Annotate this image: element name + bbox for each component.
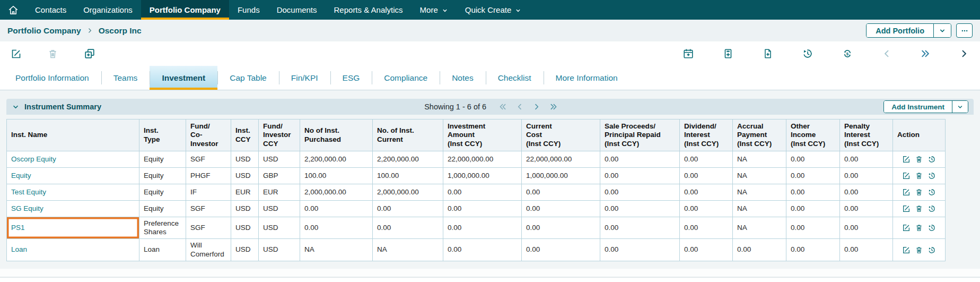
table-row: Equity Equity PHGF USD GBP 100.00 100.00… bbox=[7, 168, 946, 184]
row-history-icon[interactable] bbox=[928, 246, 936, 254]
row-edit-icon[interactable] bbox=[902, 188, 911, 196]
nav-item[interactable]: More bbox=[412, 0, 457, 20]
row-history-icon[interactable] bbox=[928, 172, 936, 180]
row-edit-icon[interactable] bbox=[902, 204, 911, 213]
cell-penalty-interest: 0.00 bbox=[840, 201, 893, 217]
home-icon bbox=[7, 4, 19, 16]
history-icon[interactable] bbox=[802, 48, 813, 59]
toolbar-left bbox=[11, 48, 95, 59]
nav-item[interactable]: Quick Create bbox=[457, 0, 530, 20]
tab[interactable]: ESG bbox=[330, 66, 372, 90]
table-row: Loan Loan Will Comerford USD USD NA NA 0… bbox=[7, 239, 946, 261]
cell-inst-name[interactable]: Loan bbox=[7, 239, 139, 261]
row-history-icon[interactable] bbox=[928, 224, 936, 232]
cell-fund-co-investor: SGF bbox=[186, 151, 231, 168]
chevron-left-icon[interactable] bbox=[881, 48, 892, 59]
cell-accrual-payment: NA bbox=[733, 217, 786, 239]
last-page-icon[interactable] bbox=[549, 102, 558, 111]
row-history-icon[interactable] bbox=[928, 155, 936, 164]
inst-name-link[interactable]: Equity bbox=[11, 172, 31, 180]
tab[interactable]: Investment bbox=[150, 66, 217, 90]
inst-name-link[interactable]: PS1 bbox=[11, 224, 25, 232]
tab[interactable]: More Information bbox=[544, 66, 630, 90]
add-instrument-dropdown-button[interactable] bbox=[952, 101, 968, 113]
double-chevron-right-icon[interactable] bbox=[920, 48, 931, 59]
tab[interactable]: Notes bbox=[440, 66, 486, 90]
cell-inst-name[interactable]: SG Equity bbox=[7, 201, 139, 217]
row-edit-icon[interactable] bbox=[902, 172, 911, 180]
duplicate-add-icon[interactable] bbox=[84, 48, 95, 59]
nav-item-label: Portfolio Company bbox=[150, 5, 221, 14]
tab[interactable]: Cap Table bbox=[217, 66, 279, 90]
home-button[interactable] bbox=[0, 0, 27, 20]
cell-other-income: 0.00 bbox=[786, 184, 840, 201]
pagination: Showing 1 - 6 of 6 bbox=[101, 102, 883, 111]
row-edit-icon[interactable] bbox=[902, 155, 911, 164]
row-delete-icon[interactable] bbox=[915, 246, 923, 254]
nav-item[interactable]: Reports & Analytics bbox=[326, 0, 412, 20]
cell-fund-investor-ccy: EUR bbox=[259, 184, 300, 201]
cell-penalty-interest: 0.00 bbox=[840, 168, 893, 184]
row-delete-icon[interactable] bbox=[915, 224, 923, 232]
tab[interactable]: Teams bbox=[101, 66, 150, 90]
tab-label: More Information bbox=[556, 73, 618, 83]
cell-current-cost: 0.00 bbox=[522, 201, 600, 217]
collapse-section-icon[interactable] bbox=[12, 103, 20, 111]
nav-item[interactable]: Documents bbox=[268, 0, 326, 20]
row-history-icon[interactable] bbox=[928, 204, 936, 213]
nav-item[interactable]: Contacts bbox=[27, 0, 75, 20]
table-header-row: Inst. NameInst. TypeFund/ Co- InvestorIn… bbox=[7, 119, 946, 151]
cell-current-cost: 0.00 bbox=[522, 184, 600, 201]
more-options-button[interactable] bbox=[956, 23, 973, 38]
cell-inst-name[interactable]: Equity bbox=[7, 168, 139, 184]
column-header: Other Income (Inst CCY) bbox=[786, 119, 840, 151]
nav-item-label: Funds bbox=[238, 5, 260, 14]
table-body: Oscorp Equity Equity SGF USD USD 2,200,0… bbox=[7, 151, 946, 261]
nav-item[interactable]: Portfolio Company bbox=[141, 0, 229, 20]
nav-item[interactable]: Organizations bbox=[75, 0, 141, 20]
cell-actions bbox=[893, 201, 946, 217]
add-portfolio-button[interactable]: Add Portfolio bbox=[867, 24, 933, 37]
tab-label: Investment bbox=[162, 73, 205, 83]
edit-record-icon[interactable] bbox=[11, 48, 22, 59]
tab[interactable]: Portfolio Information bbox=[3, 66, 101, 90]
cell-inst-name[interactable]: Test Equity bbox=[7, 184, 139, 201]
tab[interactable]: Fin/KPI bbox=[279, 66, 330, 90]
cell-current-cost: 22,000,000.00 bbox=[522, 151, 600, 168]
form-add-icon[interactable] bbox=[722, 48, 734, 59]
cell-current-cost: 1,000,000.00 bbox=[522, 168, 600, 184]
cell-accrual-payment: NA bbox=[733, 201, 786, 217]
tab[interactable]: Compliance bbox=[372, 66, 440, 90]
row-edit-icon[interactable] bbox=[902, 246, 911, 254]
currency-refresh-icon[interactable] bbox=[842, 48, 853, 59]
cell-fund-co-investor: SGF bbox=[186, 217, 231, 239]
inst-name-link[interactable]: SG Equity bbox=[11, 204, 43, 212]
inst-name-link[interactable]: Test Equity bbox=[11, 188, 46, 196]
content-area: Instrument Summary Showing 1 - 6 of 6 Ad… bbox=[0, 90, 980, 269]
cell-inst-ccy: USD bbox=[231, 201, 259, 217]
calendar-add-icon[interactable] bbox=[682, 48, 694, 59]
inst-name-link[interactable]: Loan bbox=[11, 245, 27, 253]
first-page-icon[interactable] bbox=[498, 102, 507, 111]
row-edit-icon[interactable] bbox=[902, 224, 911, 232]
row-delete-icon[interactable] bbox=[915, 204, 923, 213]
cell-inst-name[interactable]: PS1 bbox=[7, 217, 139, 239]
row-delete-icon[interactable] bbox=[915, 172, 923, 180]
file-add-icon[interactable] bbox=[762, 48, 774, 59]
inst-name-link[interactable]: Oscorp Equity bbox=[11, 155, 56, 163]
cell-inst-name[interactable]: Oscorp Equity bbox=[7, 151, 139, 168]
breadcrumb-parent[interactable]: Portfolio Company bbox=[7, 26, 81, 36]
row-delete-icon[interactable] bbox=[915, 155, 923, 164]
add-instrument-button[interactable]: Add Instrument bbox=[884, 101, 952, 113]
tab[interactable]: Checklist bbox=[486, 66, 544, 90]
row-history-icon[interactable] bbox=[928, 188, 936, 196]
cell-fund-co-investor: IF bbox=[186, 184, 231, 201]
nav-item[interactable]: Funds bbox=[229, 0, 268, 20]
column-header: Investment Amount (Inst CCY) bbox=[443, 119, 522, 151]
delete-record-icon[interactable] bbox=[47, 48, 58, 59]
next-page-icon[interactable] bbox=[532, 102, 541, 111]
chevron-right-icon[interactable] bbox=[959, 48, 969, 59]
add-portfolio-dropdown-button[interactable] bbox=[933, 24, 951, 37]
row-delete-icon[interactable] bbox=[915, 188, 923, 196]
previous-page-icon[interactable] bbox=[515, 102, 524, 111]
